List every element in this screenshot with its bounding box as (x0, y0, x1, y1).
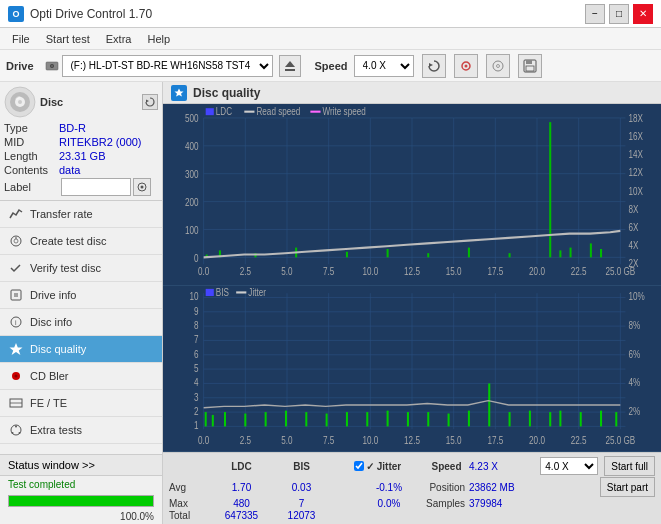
svg-rect-90 (468, 248, 470, 258)
avg-label: Avg (169, 482, 209, 493)
status-window-label: Status window >> (8, 459, 95, 471)
nav-disc-info-label: Disc info (30, 316, 72, 328)
drive-select[interactable]: (F:) HL-DT-ST BD-RE WH16NS58 TST4 (62, 55, 273, 77)
nav-verify-test-disc[interactable]: Verify test disc (0, 255, 162, 282)
svg-text:Read speed: Read speed (257, 105, 301, 118)
position-value: 23862 MB (469, 482, 600, 493)
progress-bar-container (8, 495, 154, 507)
svg-point-20 (141, 186, 144, 189)
cd-bler-icon (8, 368, 24, 384)
eject-button[interactable] (279, 55, 301, 77)
menu-help[interactable]: Help (139, 31, 178, 47)
menu-extra[interactable]: Extra (98, 31, 140, 47)
nav-disc-info[interactable]: i Disc info (0, 309, 162, 336)
start-part-button[interactable]: Start part (600, 477, 655, 497)
svg-text:7.5: 7.5 (323, 265, 335, 278)
svg-point-31 (15, 375, 18, 378)
nav-disc-quality[interactable]: Disc quality (0, 336, 162, 363)
svg-text:100: 100 (185, 223, 199, 236)
disc-image (4, 86, 36, 118)
right-panel: Disc quality (163, 82, 661, 524)
stats-speed-val: 4.23 X (469, 461, 498, 472)
close-button[interactable]: ✕ (633, 4, 653, 24)
svg-rect-162 (407, 412, 409, 426)
avg-jitter: -0.1% (354, 482, 424, 493)
svg-text:20.0: 20.0 (529, 433, 545, 446)
svg-marker-3 (285, 61, 295, 67)
svg-text:15.0: 15.0 (446, 433, 462, 446)
nav-cd-bler[interactable]: CD Bler (0, 363, 162, 390)
maximize-button[interactable]: □ (609, 4, 629, 24)
svg-rect-170 (559, 411, 561, 427)
svg-text:400: 400 (185, 140, 199, 153)
svg-text:12X: 12X (628, 166, 643, 179)
svg-text:6X: 6X (628, 221, 638, 234)
svg-text:25.0 GB: 25.0 GB (605, 433, 635, 446)
svg-marker-29 (10, 343, 23, 355)
svg-rect-152 (212, 415, 214, 426)
jitter-label: ✓ Jitter (366, 461, 401, 472)
svg-text:200: 200 (185, 195, 199, 208)
stats-speed-value-header: 4.23 X (469, 460, 540, 472)
svg-text:25.0 GB: 25.0 GB (605, 265, 635, 278)
menu-start-test[interactable]: Start test (38, 31, 98, 47)
svg-rect-167 (509, 412, 511, 426)
status-text: Test completed (0, 476, 162, 493)
title-bar: O Opti Drive Control 1.70 − □ ✕ (0, 0, 661, 28)
svg-rect-157 (305, 412, 307, 426)
svg-rect-11 (526, 60, 532, 64)
nav-fe-te[interactable]: FE / TE (0, 390, 162, 417)
label-input[interactable] (61, 178, 131, 196)
label-button[interactable] (133, 178, 151, 196)
svg-text:2: 2 (194, 405, 199, 418)
disc-quality-icon (8, 341, 24, 357)
refresh-button[interactable] (422, 54, 446, 78)
verify-test-disc-icon (8, 260, 24, 276)
nav-transfer-rate-label: Transfer rate (30, 208, 93, 220)
svg-text:17.5: 17.5 (487, 433, 503, 446)
disc-refresh-button[interactable] (142, 94, 158, 110)
menu-file[interactable]: File (4, 31, 38, 47)
jitter-checkbox[interactable] (354, 461, 364, 471)
status-window-button[interactable]: Status window >> (0, 455, 162, 476)
nav-drive-info[interactable]: Drive info (0, 282, 162, 309)
nav-create-test-disc-label: Create test disc (30, 235, 106, 247)
svg-rect-172 (600, 411, 602, 427)
svg-rect-173 (615, 412, 617, 426)
nav-fe-te-label: FE / TE (30, 397, 67, 409)
svg-text:14X: 14X (628, 148, 643, 161)
svg-rect-155 (265, 412, 267, 426)
save-button[interactable] (518, 54, 542, 78)
svg-text:12.5: 12.5 (404, 265, 420, 278)
svg-text:9: 9 (194, 305, 199, 318)
disc-button[interactable] (486, 54, 510, 78)
length-value: 23.31 GB (59, 150, 105, 162)
svg-text:7.5: 7.5 (323, 433, 335, 446)
svg-text:5.0: 5.0 (281, 433, 293, 446)
nav-transfer-rate[interactable]: Transfer rate (0, 201, 162, 228)
disc-quality-header-icon (171, 85, 187, 101)
mid-value: RITEKBR2 (000) (59, 136, 142, 148)
contents-value: data (59, 164, 80, 176)
speed-select[interactable]: 4.0 X (354, 55, 414, 77)
minimize-button[interactable]: − (585, 4, 605, 24)
svg-rect-171 (580, 412, 582, 426)
disc-header-label: Disc (40, 96, 63, 108)
fe-te-icon (8, 395, 24, 411)
svg-text:3: 3 (194, 390, 199, 403)
svg-text:8X: 8X (628, 202, 638, 215)
stats-ldc-header: LDC (209, 461, 274, 472)
svg-text:4: 4 (194, 376, 199, 389)
start-full-button[interactable]: Start full (604, 456, 655, 476)
nav-create-test-disc[interactable]: Create test disc (0, 228, 162, 255)
svg-text:16X: 16X (628, 130, 643, 143)
svg-rect-94 (570, 248, 572, 258)
nav-extra-tests[interactable]: Extra tests (0, 417, 162, 444)
type-label: Type (4, 122, 59, 134)
speed-select-stats[interactable]: 4.0 X (540, 457, 598, 475)
options-button[interactable] (454, 54, 478, 78)
nav-drive-info-label: Drive info (30, 289, 76, 301)
svg-rect-174 (206, 289, 214, 296)
svg-text:4X: 4X (628, 239, 638, 252)
total-label: Total (169, 510, 209, 521)
